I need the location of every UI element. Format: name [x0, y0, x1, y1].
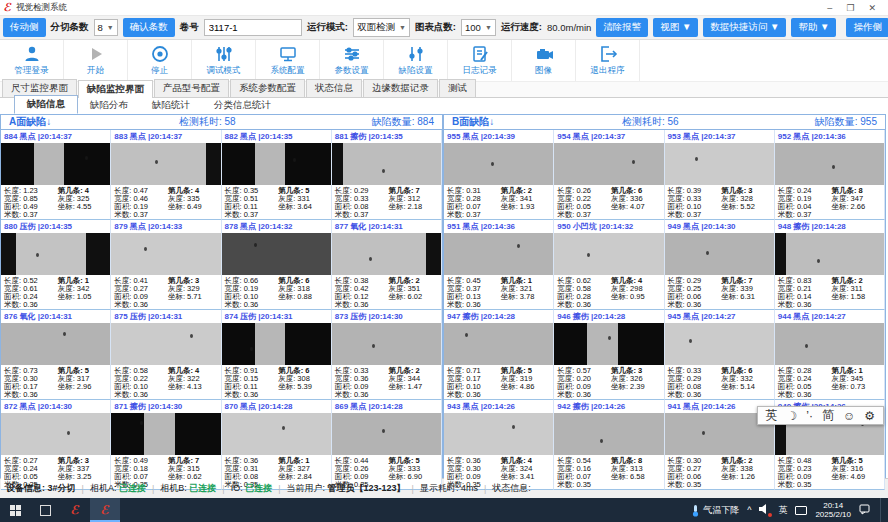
defect-image[interactable] — [111, 143, 220, 185]
ime-settings-gear-icon[interactable]: ⚙ — [864, 409, 875, 423]
subtab-class-info-statistics[interactable]: 分类信息统计 — [202, 97, 283, 114]
show-desktop-button[interactable] — [880, 498, 884, 522]
ime-punctuation-toggle[interactable]: ’· — [806, 409, 813, 423]
defect-image[interactable] — [554, 143, 663, 185]
defect-cell[interactable]: 943 黑点 |20:14:26长度: 0.36宽度: 0.30面积: 0.09… — [444, 400, 554, 490]
defect-cell[interactable]: 877 氧化 |20:14:31长度: 0.38宽度: 0.42面积: 0.12… — [332, 220, 442, 310]
defect-cell[interactable]: 942 擦伤 |20:14:26长度: 0.54宽度: 0.16面积: 0.07… — [554, 400, 664, 490]
tray-expand-chevron[interactable]: ^ — [747, 505, 751, 515]
tab-status-info[interactable]: 状态信息 — [306, 79, 362, 97]
close-button[interactable]: ✕ — [868, 3, 876, 13]
pinned-app-button[interactable]: ℰ — [60, 498, 90, 522]
defect-cell[interactable]: 949 黑点 |20:14:30长度: 0.29宽度: 0.25面积: 0.06… — [665, 220, 775, 310]
log-record-button[interactable]: 日志记录 — [448, 40, 512, 81]
image-button[interactable]: 图像 — [512, 40, 576, 81]
defect-cell[interactable]: 881 擦伤 |20:14:35长度: 0.29宽度: 0.33面积: 0.08… — [332, 130, 442, 220]
defect-image[interactable] — [444, 233, 553, 275]
defect-cell[interactable]: 879 黑点 |20:14:33长度: 0.41宽度: 0.27面积: 0.09… — [111, 220, 221, 310]
defect-image[interactable] — [1, 413, 110, 455]
defect-cell[interactable]: 871 擦伤 |20:14:30长度: 0.49宽度: 0.18面积: 0.07… — [111, 400, 221, 490]
defect-image[interactable] — [111, 323, 220, 365]
panel-b-title[interactable]: B面缺陷↓ — [452, 115, 622, 129]
tab-product-model-config[interactable]: 产品型号配置 — [154, 79, 229, 97]
ime-language-indicator[interactable]: 英 — [778, 504, 787, 517]
defect-cell[interactable]: 882 黑点 |20:14:35长度: 0.35宽度: 0.51面积: 0.11… — [222, 130, 332, 220]
touch-keyboard-icon[interactable] — [795, 506, 807, 515]
operator-side-button[interactable]: 操作侧 — [846, 18, 888, 37]
defect-cell[interactable]: 875 压伤 |20:14:31长度: 0.58宽度: 0.22面积: 0.10… — [111, 310, 221, 400]
volume-tray-icon[interactable] — [759, 504, 770, 516]
taskbar-clock[interactable]: 20:142025/2/10 — [815, 501, 851, 519]
clear-alarm-button[interactable]: 清除报警 — [596, 18, 648, 37]
defect-cell[interactable]: 945 黑点 |20:14:27长度: 0.33宽度: 0.29面积: 0.08… — [665, 310, 775, 400]
defect-image[interactable] — [444, 323, 553, 365]
defect-image[interactable] — [665, 233, 774, 275]
defect-cell[interactable]: 872 黑点 |20:14:30长度: 0.27宽度: 0.24面积: 0.05… — [1, 400, 111, 490]
start-button[interactable]: 开始 — [64, 40, 128, 81]
defect-settings-button[interactable]: 缺陷设置 — [384, 40, 448, 81]
defect-cell[interactable]: 948 擦伤 |20:14:28长度: 0.83宽度: 0.21面积: 0.14… — [775, 220, 885, 310]
admin-login-button[interactable]: 管理登录 — [0, 40, 64, 81]
defect-image[interactable] — [665, 143, 774, 185]
parameter-settings-button[interactable]: 参数设置 — [320, 40, 384, 81]
defect-cell[interactable]: 952 黑点 |20:14:36长度: 0.24宽度: 0.19面积: 0.04… — [775, 130, 885, 220]
weather-tray-item[interactable]: 气温下降 — [691, 504, 739, 517]
defect-cell[interactable]: 884 黑点 |20:14:37长度: 1.23宽度: 0.85面积: 0.49… — [1, 130, 111, 220]
exit-program-button[interactable]: 退出程序 — [576, 40, 640, 81]
defect-cell[interactable]: 873 压伤 |20:14:30长度: 0.33宽度: 0.36面积: 0.09… — [332, 310, 442, 400]
data-quick-access-button[interactable]: 数据快捷访问 ▼ — [703, 18, 786, 37]
view-menu-button[interactable]: 视图 ▼ — [653, 18, 698, 37]
tab-test[interactable]: 测试 — [439, 79, 476, 97]
defect-cell[interactable]: 869 黑点 |20:14:28长度: 0.44宽度: 0.26面积: 0.09… — [332, 400, 442, 490]
defect-cell[interactable]: 955 黑点 |20:14:39长度: 0.31宽度: 0.28面积: 0.07… — [444, 130, 554, 220]
system-config-button[interactable]: 系统配置 — [256, 40, 320, 81]
subtab-defect-info[interactable]: 缺陷信息 — [14, 95, 78, 114]
defect-image[interactable] — [222, 143, 331, 185]
panel-a-title[interactable]: A面缺陷↓ — [9, 115, 179, 129]
defect-cell[interactable]: 876 氧化 |20:14:31长度: 0.73宽度: 0.30面积: 0.17… — [1, 310, 111, 400]
defect-image[interactable] — [222, 233, 331, 275]
defect-image[interactable] — [1, 233, 110, 275]
slit-count-dropdown[interactable]: 8▼ — [94, 19, 118, 36]
active-app-button[interactable]: ℰ — [90, 498, 120, 522]
task-view-button[interactable] — [30, 498, 60, 522]
subtab-defect-distribution[interactable]: 缺陷分布 — [78, 97, 140, 114]
defect-cell[interactable]: 883 黑点 |20:14:37长度: 0.47宽度: 0.46面积: 0.19… — [111, 130, 221, 220]
defect-cell[interactable]: 947 擦伤 |20:14:28长度: 0.71宽度: 0.17面积: 0.10… — [444, 310, 554, 400]
defect-image[interactable] — [554, 413, 663, 455]
stop-button[interactable]: 停止 — [128, 40, 192, 81]
defect-image[interactable] — [222, 323, 331, 365]
defect-image[interactable] — [444, 413, 553, 455]
ime-fullwidth-moon-icon[interactable]: ☽ — [787, 409, 798, 423]
ime-mode-toggle[interactable]: 英 — [766, 407, 778, 424]
chart-points-dropdown[interactable]: 100▼ — [461, 19, 496, 36]
defect-cell[interactable]: 950 小凹坑 |20:14:32长度: 0.62宽度: 0.58面积: 0.2… — [554, 220, 664, 310]
start-button-windows[interactable] — [0, 498, 30, 522]
defect-image[interactable] — [111, 233, 220, 275]
debug-mode-button[interactable]: 调试模式 — [192, 40, 256, 81]
defect-image[interactable] — [111, 413, 220, 455]
defect-image[interactable] — [332, 323, 441, 365]
defect-image[interactable] — [332, 143, 441, 185]
defect-image[interactable] — [1, 323, 110, 365]
defect-image[interactable] — [554, 323, 663, 365]
defect-cell[interactable]: 953 黑点 |20:14:37长度: 0.39宽度: 0.33面积: 0.10… — [665, 130, 775, 220]
defect-cell[interactable]: 880 压伤 |20:14:35长度: 0.52宽度: 0.61面积: 0.24… — [1, 220, 111, 310]
defect-image[interactable] — [775, 233, 884, 275]
help-menu-button[interactable]: 帮助 ▼ — [791, 18, 836, 37]
drive-side-button[interactable]: 传动侧 — [3, 18, 46, 37]
defect-cell[interactable]: 944 黑点 |20:14:27长度: 0.28宽度: 0.24面积: 0.05… — [775, 310, 885, 400]
defect-image[interactable] — [775, 143, 884, 185]
defect-cell[interactable]: 954 黑点 |20:14:37长度: 0.26宽度: 0.22面积: 0.05… — [554, 130, 664, 220]
defect-image[interactable] — [332, 413, 441, 455]
tab-defect-monitor[interactable]: 缺陷监控界面 — [78, 80, 153, 98]
ime-simplified-toggle[interactable]: 简 — [822, 407, 834, 424]
defect-image[interactable] — [444, 143, 553, 185]
defect-image[interactable] — [665, 323, 774, 365]
subtab-defect-statistics[interactable]: 缺陷统计 — [140, 97, 202, 114]
ime-emoji-icon[interactable]: ☺ — [843, 409, 855, 423]
defect-cell[interactable]: 874 压伤 |20:14:31长度: 0.91宽度: 0.15面积: 0.11… — [222, 310, 332, 400]
defect-cell[interactable]: 951 黑点 |20:14:36长度: 0.45宽度: 0.37面积: 0.13… — [444, 220, 554, 310]
defect-image[interactable] — [554, 233, 663, 275]
confirm-slit-button[interactable]: 确认条数 — [123, 18, 175, 37]
